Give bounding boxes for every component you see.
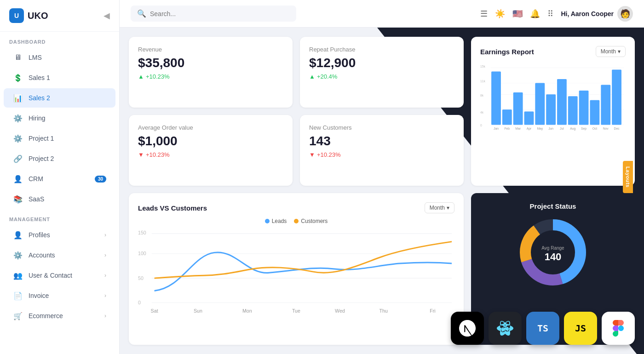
sidebar-item-label: Project 2 xyxy=(29,155,106,162)
sidebar-item-sales1[interactable]: 💲 Sales 1 xyxy=(4,68,115,87)
sidebar: U UKO ◀ DASHBOARD 🖥 LMS 💲 Sales 1 📊 Sale… xyxy=(0,0,120,354)
svg-text:0: 0 xyxy=(138,300,141,305)
search-input[interactable] xyxy=(150,10,290,17)
svg-rect-22 xyxy=(557,79,567,125)
ecommerce-icon: 🛒 xyxy=(13,311,23,321)
chevron-right-icon: › xyxy=(104,252,106,258)
sidebar-item-label: CRM xyxy=(29,175,95,183)
leads-line xyxy=(155,252,452,291)
flag-icon[interactable]: 🇺🇸 xyxy=(512,9,523,19)
crm-badge: 30 xyxy=(95,176,106,183)
svg-text:150: 150 xyxy=(138,230,146,235)
sidebar-item-label: LMS xyxy=(29,54,106,61)
leads-dot xyxy=(265,219,270,223)
chevron-down-icon: ▾ xyxy=(447,205,449,211)
project-donut-chart: Avg Range 140 xyxy=(516,216,590,289)
svg-text:Oct: Oct xyxy=(592,127,598,130)
grid-icon[interactable]: ⠿ xyxy=(547,9,553,19)
svg-text:15k: 15k xyxy=(480,65,486,68)
svg-text:Jul: Jul xyxy=(560,127,564,130)
management-section-label: MANAGEMENT xyxy=(0,209,119,225)
user-contact-icon: 👥 xyxy=(13,270,23,280)
collapse-button[interactable]: ◀ xyxy=(104,11,110,21)
sidebar-item-label: Sales 1 xyxy=(29,74,106,81)
lms-icon: 🖥 xyxy=(13,52,23,63)
leads-month-select[interactable]: Month ▾ xyxy=(425,202,454,213)
chevron-right-icon: › xyxy=(104,313,106,319)
leads-chart-svg: 150 100 50 0 Sat Sun Mon Tue Wed Thu xyxy=(138,228,454,315)
sidebar-item-sales2[interactable]: 📊 Sales 2 xyxy=(4,88,115,108)
sidebar-item-label: Accounts xyxy=(29,251,104,259)
svg-text:Tue: Tue xyxy=(292,308,300,314)
revenue-card: Revenue $35,800 ▲ +10.23% xyxy=(129,37,293,108)
down-arrow-icon: ▼ xyxy=(138,151,144,158)
project1-icon: ⚙️ xyxy=(13,133,23,143)
svg-text:Sun: Sun xyxy=(194,308,202,314)
sun-icon[interactable]: ☀️ xyxy=(495,9,505,19)
customers-dot xyxy=(294,219,299,223)
sidebar-item-hiring[interactable]: ⚙️ Hiring xyxy=(4,108,115,128)
avg-order-value: $1,000 xyxy=(138,134,283,148)
avg-order-change: ▼ +10.23% xyxy=(138,151,283,158)
repeat-purchase-value: $12,900 xyxy=(309,56,454,70)
sidebar-item-saas[interactable]: 📚 SaaS xyxy=(4,189,115,209)
leads-header: Leads VS Customers Month ▾ xyxy=(138,202,454,213)
svg-text:0: 0 xyxy=(480,124,482,127)
leads-title: Leads VS Customers xyxy=(138,204,207,212)
svg-text:4k: 4k xyxy=(480,111,484,114)
avatar: 🧑 xyxy=(617,6,633,22)
accounts-icon: ⚙️ xyxy=(13,250,23,260)
svg-text:Mon: Mon xyxy=(242,308,252,314)
svg-rect-10 xyxy=(491,72,501,125)
sidebar-logo: U UKO ◀ xyxy=(0,0,119,32)
svg-text:Nov: Nov xyxy=(603,127,609,130)
sidebar-item-project2[interactable]: 🔗 Project 2 xyxy=(4,149,115,168)
svg-rect-26 xyxy=(579,91,589,125)
revenue-value: $35,800 xyxy=(138,56,283,70)
svg-text:Sat: Sat xyxy=(151,308,158,314)
revenue-change: ▲ +10.23% xyxy=(138,73,283,80)
sidebar-item-label: User & Contact xyxy=(29,272,104,279)
bell-icon[interactable]: 🔔 xyxy=(530,9,540,19)
sidebar-item-ecommerce[interactable]: 🛒 Ecommerce › xyxy=(4,306,115,325)
tech-icons-row: TS JS xyxy=(377,312,635,345)
sidebar-item-label: SaaS xyxy=(29,195,106,203)
up-arrow-icon: ▲ xyxy=(138,73,144,80)
repeat-purchase-change: ▲ +20.4% xyxy=(309,73,454,80)
search-box[interactable]: 🔍 xyxy=(131,6,296,22)
sales1-icon: 💲 xyxy=(13,73,23,83)
sidebar-item-label: Profiles xyxy=(29,231,104,239)
new-customers-card: New Customers 143 ▼ +10.23% xyxy=(300,115,464,186)
search-icon: 🔍 xyxy=(137,9,146,18)
profiles-icon: 👤 xyxy=(13,230,23,240)
project-status-title: Project Status xyxy=(530,202,576,210)
header: 🔍 ☰ ☀️ 🇺🇸 🔔 ⠿ Hi, Aaron Cooper 🧑 xyxy=(120,0,644,28)
earnings-month-select[interactable]: Month ▾ xyxy=(596,46,626,57)
layouts-tab[interactable]: Layouts xyxy=(623,161,633,193)
svg-text:11k: 11k xyxy=(480,80,486,83)
svg-text:Feb: Feb xyxy=(504,127,510,130)
sidebar-item-accounts[interactable]: ⚙️ Accounts › xyxy=(4,246,115,265)
new-customers-label: New Customers xyxy=(309,124,454,131)
menu-icon[interactable]: ☰ xyxy=(480,9,488,19)
sidebar-item-label: Sales 2 xyxy=(29,94,106,102)
header-right: ☰ ☀️ 🇺🇸 🔔 ⠿ Hi, Aaron Cooper 🧑 xyxy=(480,6,633,22)
logo-text: UKO xyxy=(28,11,48,21)
svg-rect-12 xyxy=(502,109,512,125)
sidebar-item-user-contact[interactable]: 👥 User & Contact › xyxy=(4,266,115,285)
chevron-down-icon: ▾ xyxy=(618,48,621,55)
sidebar-item-label: Ecommerce xyxy=(29,312,104,320)
crm-icon: 👤 xyxy=(13,174,23,184)
repeat-purchase-label: Repeat Purchase xyxy=(309,46,454,53)
saas-icon: 📚 xyxy=(13,194,23,204)
sidebar-item-project1[interactable]: ⚙️ Project 1 xyxy=(4,129,115,148)
sidebar-item-crm[interactable]: 👤 CRM 30 xyxy=(4,169,115,188)
sidebar-item-label: Hiring xyxy=(29,114,106,122)
main-area: 🔍 ☰ ☀️ 🇺🇸 🔔 ⠿ Hi, Aaron Cooper 🧑 Revenue… xyxy=(120,0,644,354)
sidebar-item-profiles[interactable]: 👤 Profiles › xyxy=(4,225,115,245)
chevron-right-icon: › xyxy=(104,232,106,238)
sidebar-item-invoice[interactable]: 📄 Invoice › xyxy=(4,286,115,305)
svg-rect-30 xyxy=(601,85,610,125)
sidebar-item-lms[interactable]: 🖥 LMS xyxy=(4,48,115,67)
hiring-icon: ⚙️ xyxy=(13,113,23,123)
